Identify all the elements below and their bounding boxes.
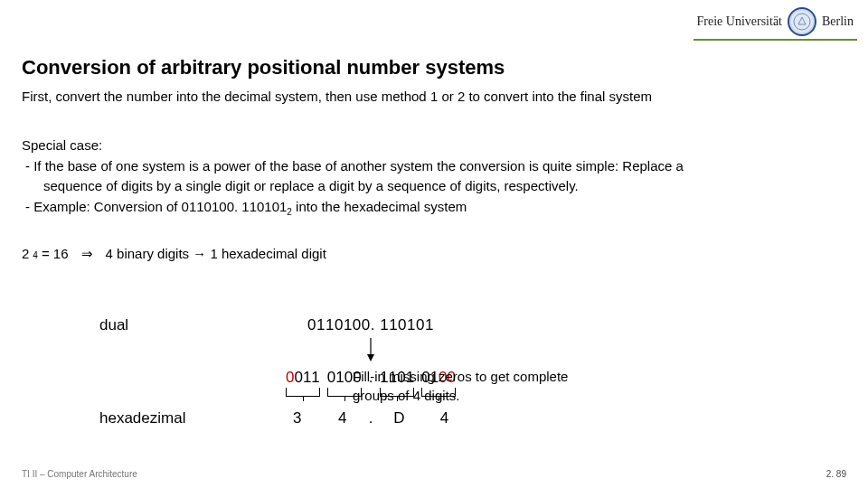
logo-text-right: Berlin	[822, 14, 854, 29]
special-bullet-2b: into the hexadecimal system	[292, 199, 467, 214]
slide-title: Conversion of arbitrary positional numbe…	[22, 56, 505, 80]
footer-left: TI II – Computer Architecture	[22, 469, 137, 479]
power-exp: 4	[33, 250, 38, 260]
implies-symbol: ⇒	[81, 246, 93, 262]
fillin-note: Fill-in missing zeros to get complete gr…	[353, 367, 588, 405]
group-1-pad: 0	[286, 369, 294, 386]
special-bullet-1: - If the base of one system is a power o…	[22, 156, 846, 197]
power-base: 2	[22, 246, 29, 261]
hex-row: hexadezimal 3 4 . D 4	[99, 409, 769, 427]
special-bullet-1b: sequence of digits by a single digit or …	[34, 176, 579, 197]
university-logo: Freie Universität Berlin	[693, 5, 857, 41]
dual-label: dual	[99, 316, 235, 334]
intro-text: First, convert the number into the decim…	[22, 89, 846, 104]
conversion-diagram: dual 0110100. 110101 0011 0100 .	[99, 316, 769, 427]
svg-point-0	[794, 14, 810, 30]
special-case-block: Special case: - If the base of one syste…	[22, 136, 846, 219]
hex-dot: .	[369, 409, 373, 427]
footer-right: 2. 89	[826, 469, 846, 479]
hex-digits: 3 4 . D 4	[235, 409, 506, 427]
bracket-icon	[286, 388, 320, 397]
hex-1: 3	[278, 409, 316, 427]
svg-marker-2	[367, 354, 374, 361]
special-bullet-1a: - If the base of one system is a power o…	[25, 158, 684, 174]
special-head: Special case:	[22, 136, 846, 156]
seal-icon	[788, 7, 816, 36]
group-1-rest: 011	[294, 369, 319, 386]
power-rest: 4 binary digits → 1 hexadecimal digit	[106, 246, 326, 261]
hex-label: hexadezimal	[99, 409, 235, 427]
dual-number-area: 0110100. 110101	[235, 316, 506, 334]
grouped-row: 0011 0100 . 1101 0100 Fill-in missing z	[99, 369, 769, 397]
special-bullet-2a: - Example: Conversion of 0110100. 110101	[25, 199, 287, 214]
special-bullet-2: - Example: Conversion of 0110100. 110101…	[22, 197, 846, 219]
arrow-down-icon	[365, 338, 376, 361]
hex-area: 3 4 . D 4	[235, 409, 506, 427]
dual-number: 0110100. 110101	[307, 316, 434, 333]
dual-row: dual 0110100. 110101	[99, 316, 769, 334]
group-1: 0011	[286, 369, 320, 397]
header: Freie Universität Berlin	[0, 0, 868, 45]
power-relation: 24 = 16 ⇒ 4 binary digits → 1 hexadecima…	[22, 246, 326, 262]
power-eq: = 16	[42, 246, 69, 261]
logo-text-left: Freie Universität	[697, 14, 782, 29]
hex-4: 4	[425, 409, 463, 427]
hex-3: D	[380, 409, 418, 427]
hex-2: 4	[324, 409, 362, 427]
